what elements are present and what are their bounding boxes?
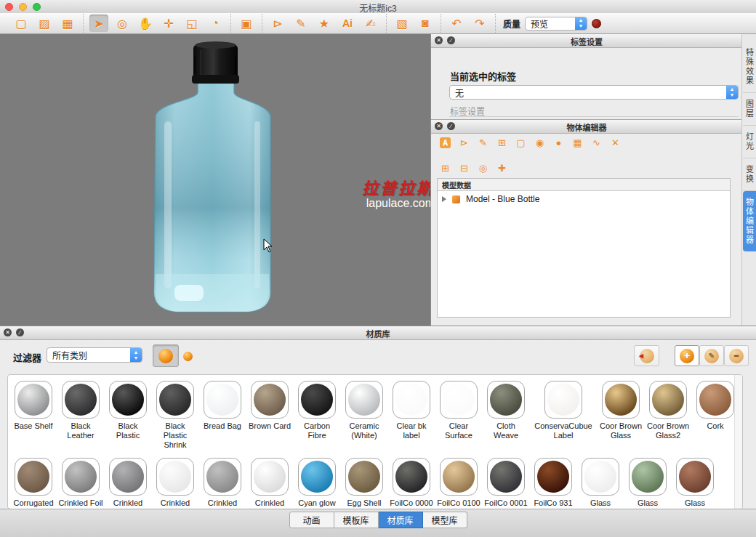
dock-tab-图层[interactable]: 图层 <box>743 93 756 126</box>
dock-tab-变换[interactable]: 变换 <box>743 158 756 191</box>
material-item[interactable]: Glass (Bottle) <box>578 458 623 509</box>
folder-remove-icon[interactable]: ⊟ <box>459 163 470 174</box>
material-item[interactable]: Coor Brown Glass <box>598 381 643 450</box>
material-item[interactable]: FoilCo 0100 <box>436 458 481 509</box>
material-item[interactable]: ConservaCubue Label <box>531 381 596 450</box>
material-item[interactable]: Glass (Brown) <box>672 458 717 509</box>
save-icon[interactable]: ▦ <box>58 15 77 32</box>
edit-material-button[interactable]: ✎ <box>699 345 724 366</box>
star-tool-icon[interactable]: ★ <box>315 15 334 32</box>
disclosure-triangle-icon[interactable] <box>442 196 446 202</box>
material-sphere-preview <box>699 384 731 416</box>
material-item[interactable]: Carbon Fibre <box>294 381 339 450</box>
material-name: Glass (Bottle2) <box>625 498 670 509</box>
add-material-button[interactable]: ✚ <box>675 345 699 366</box>
material-item[interactable]: Brown Card <box>247 381 292 450</box>
undo-icon[interactable]: ↶ <box>447 15 466 32</box>
new-document-icon[interactable]: ▢ <box>12 15 31 32</box>
material-item[interactable]: FoilCo 0000 <box>389 458 434 509</box>
material-item[interactable]: Corrugated Card <box>11 458 56 509</box>
move-tool-icon[interactable]: ✛ <box>159 15 178 32</box>
sphere-icon[interactable]: ● <box>553 137 564 148</box>
material-sphere-preview <box>632 461 664 493</box>
category-filter-select[interactable]: 所有类别 ▲▼ <box>47 347 142 363</box>
apply-artwork-icon[interactable]: A <box>440 137 451 148</box>
media-icon[interactable]: ▧ <box>393 15 411 32</box>
material-item[interactable]: Base Shelf <box>11 381 56 450</box>
library-tab-模板库[interactable]: 模板库 <box>334 512 379 528</box>
library-tab-材质库[interactable]: 材质库 <box>379 512 423 528</box>
small-sphere-toggle[interactable] <box>182 350 193 362</box>
material-name: Clear bk label <box>389 421 434 440</box>
library-tab-动画[interactable]: 动画 <box>289 512 334 528</box>
rotate-tool-icon[interactable]: ◔ <box>206 15 225 32</box>
dock-tab-灯光[interactable]: 灯光 <box>743 126 756 158</box>
3d-viewport[interactable]: 拉普拉斯 lapulace.com <box>0 34 430 326</box>
material-item[interactable]: FoilCo 931 <box>531 458 576 509</box>
curve-icon[interactable]: ∿ <box>591 137 602 148</box>
material-scrollbar[interactable] <box>734 375 742 509</box>
material-sphere-preview <box>490 384 522 416</box>
material-name: FoilCo 0100 <box>437 498 480 508</box>
material-item[interactable]: Ceramic (White) <box>342 381 387 450</box>
model-data-header: 模型数据 <box>438 179 730 191</box>
ai-import-icon[interactable]: Ai <box>338 15 357 32</box>
material-item[interactable]: FoilCo 0001 <box>483 458 528 509</box>
material-name: Crinkled Plastic 2 <box>200 498 245 509</box>
rounded-box-icon[interactable]: ▢ <box>515 137 526 148</box>
fit-view-icon[interactable]: ▣ <box>237 15 256 32</box>
quality-select[interactable]: 预览 ▲▼ <box>525 17 587 31</box>
camera-icon[interactable]: ◙ <box>416 15 435 32</box>
material-item[interactable]: Clear bk label <box>389 381 434 450</box>
render-status-icon[interactable] <box>592 19 601 28</box>
add-box-icon[interactable]: ⊞ <box>496 137 507 148</box>
material-item[interactable]: Black Leather <box>58 381 103 450</box>
redo-icon[interactable]: ↷ <box>470 15 489 32</box>
delete-icon[interactable]: ✕ <box>610 137 621 148</box>
uv-map-icon[interactable]: ▦ <box>572 137 583 148</box>
material-item[interactable]: Coor Brown Glass2 <box>646 381 691 450</box>
duplicate-spheres-icon[interactable]: ◉ <box>534 137 545 148</box>
material-item[interactable]: Clear Surface <box>436 381 481 450</box>
material-sphere-preview <box>348 384 380 416</box>
material-item[interactable]: Bread Bag <box>200 381 245 450</box>
material-item[interactable]: Glass (Bottle2) <box>625 458 670 509</box>
watermark: 拉普拉斯 lapulace.com <box>362 179 430 210</box>
dock-tab-特殊效果[interactable]: 特殊效果 <box>743 41 756 93</box>
material-name: Carbon Fibre <box>294 421 339 440</box>
title-bar: 无标题ic3 <box>0 0 756 14</box>
material-item[interactable]: Cyan glow <box>294 458 339 509</box>
label-select[interactable]: 无 ▲▼ <box>449 85 739 100</box>
ball-add-icon[interactable]: ✚ <box>496 163 507 174</box>
library-tab-模型库[interactable]: 模型库 <box>423 512 467 528</box>
zoom-tool-icon[interactable]: ◎ <box>113 15 132 32</box>
preview-eye-icon[interactable]: ◎ <box>478 163 488 174</box>
material-item[interactable]: Egg Shell <box>342 458 387 509</box>
material-item[interactable]: Cork <box>693 381 738 450</box>
label-shape-icon[interactable]: ⊳ <box>459 137 470 148</box>
material-item[interactable]: Crinkled Plastic 3 <box>247 458 292 509</box>
edit-pen-icon[interactable]: ✎ <box>478 137 488 148</box>
material-item[interactable]: Crinkled Plastic 2 <box>200 458 245 509</box>
folder-add-icon[interactable]: ⊞ <box>440 163 451 174</box>
material-item[interactable]: Crinkled Paper <box>105 458 150 509</box>
open-folder-icon[interactable]: ▨ <box>35 15 54 32</box>
draw-pen-icon[interactable]: ✎ <box>291 15 310 32</box>
material-item[interactable]: Crinkled Foil <box>58 458 103 509</box>
artwork-import-icon[interactable]: ✍ <box>361 15 380 32</box>
label-tool-icon[interactable]: ⊳ <box>268 15 287 32</box>
pan-hand-icon[interactable]: ✋ <box>136 15 155 32</box>
material-item[interactable]: Black Plastic Shrink <box>153 381 198 450</box>
scale-tool-icon[interactable]: ◱ <box>182 15 201 32</box>
material-item[interactable]: Crinkled Plastic <box>153 458 198 509</box>
large-sphere-toggle[interactable] <box>153 344 179 367</box>
select-tool-icon[interactable]: ➤ <box>89 15 108 32</box>
material-item[interactable]: Cloth Weave <box>483 381 528 450</box>
material-item[interactable]: Black Plastic <box>105 381 150 450</box>
dock-tab-物体编辑器[interactable]: 物体编辑器 <box>743 191 756 251</box>
chevron-updown-icon: ▲▼ <box>130 348 142 362</box>
import-material-button[interactable]: ◄ <box>634 345 659 366</box>
material-grid: Base ShelfBlack LeatherBlack PlasticBlac… <box>7 374 743 509</box>
model-tree-item[interactable]: Model - Blue Bottle <box>438 191 730 204</box>
remove-material-button[interactable]: ━ <box>724 345 749 366</box>
